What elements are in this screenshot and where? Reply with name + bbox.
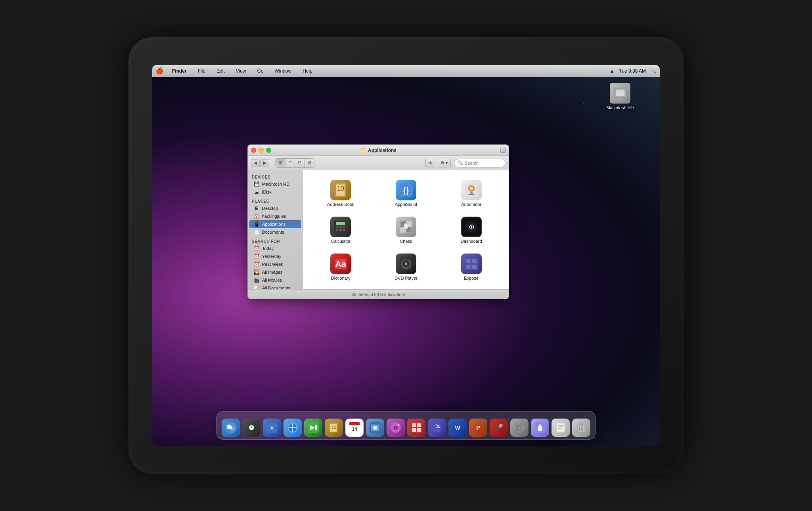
dock-powerpoint[interactable]: P [469, 419, 487, 437]
dock-drop[interactable] [531, 419, 549, 437]
dock-textedit[interactable] [552, 419, 570, 437]
sidebar-item-macintosh-hd[interactable]: 💾 Macintosh HD [249, 180, 301, 188]
dvd-player-label: DVD Player [395, 276, 417, 281]
sidebar-item-all-movies[interactable]: 🎬 All Movies [249, 276, 301, 284]
dock-grid-app[interactable] [407, 419, 425, 437]
app-front-row[interactable]: Front Row [375, 288, 437, 289]
svg-point-14 [469, 186, 473, 190]
all-documents-icon: 📝 [253, 285, 260, 289]
dock-finder[interactable] [222, 419, 240, 437]
dock-itunes[interactable] [387, 419, 405, 437]
sidebar-item-applications[interactable]: 📱 Applications [249, 220, 301, 228]
places-header: PLACES [248, 198, 303, 204]
app-address-book[interactable]: 10 Address Book [310, 177, 372, 210]
app-font-book[interactable]: A Font Book [310, 288, 372, 289]
app-automator[interactable]: Automator [440, 177, 502, 210]
sidebar-label-macintosh-hd: Macintosh HD [262, 182, 289, 186]
maximize-button[interactable] [266, 148, 271, 153]
svg-rect-46 [472, 265, 477, 269]
sidebar-label-home: hackingjules [262, 214, 286, 219]
sidebar-label-documents: Documents [262, 230, 284, 234]
eye-action-button[interactable]: 👁 [425, 159, 435, 167]
app-ical[interactable]: 17 iCal [440, 288, 502, 289]
dock-iphoto[interactable] [366, 419, 384, 437]
app-dictionary[interactable]: Aa Dictionary [310, 250, 372, 284]
sidebar-label-idisk: iDisk [262, 190, 272, 194]
dictionary-icon: Aa [330, 254, 351, 274]
forward-button[interactable]: ▶ [260, 159, 269, 167]
app-chess[interactable]: Chess [375, 213, 437, 247]
sidebar-item-home[interactable]: 🏠 hackingjules [249, 212, 301, 220]
sidebar-item-past-week[interactable]: ⏰ Past Week [249, 260, 301, 268]
svg-rect-43 [466, 259, 471, 263]
search-menu-icon[interactable]: 🔍 [651, 68, 657, 74]
dock-timemachine[interactable] [428, 419, 446, 437]
svg-rect-3 [617, 99, 624, 100]
dock-system-prefs[interactable] [510, 419, 529, 437]
sidebar-item-yesterday[interactable]: ⏰ Yesterday [249, 252, 301, 260]
svg-rect-24 [343, 229, 345, 231]
menu-finder[interactable]: Finder [170, 67, 189, 75]
desktop: 🍎 Finder File Edit View Go Window Help ▲… [152, 65, 660, 446]
close-button[interactable] [251, 148, 256, 153]
svg-rect-23 [339, 229, 342, 231]
search-icon: 🔍 [458, 160, 463, 165]
dock-safari[interactable] [283, 419, 302, 437]
app-applescript[interactable]: {} AppleScript [375, 177, 437, 210]
icon-view-button[interactable]: ⊞ [276, 159, 285, 167]
dock-address-book[interactable]: 10 [325, 419, 343, 437]
sidebar-item-desktop[interactable]: 🖥 Desktop [249, 204, 301, 212]
menu-go[interactable]: Go [255, 67, 266, 75]
automator-icon [461, 180, 482, 200]
calculator-label: Calculator [331, 239, 351, 244]
back-button[interactable]: ◀ [251, 159, 260, 167]
sidebar-item-documents[interactable]: 📄 Documents [249, 228, 301, 236]
svg-rect-21 [343, 227, 345, 228]
svg-point-87 [373, 426, 377, 430]
search-bar[interactable]: 🔍 [454, 159, 506, 167]
svg-point-68 [229, 426, 232, 429]
sidebar-item-all-documents[interactable]: 📝 All Documents [249, 284, 301, 289]
menu-help[interactable]: Help [300, 67, 315, 75]
menu-window[interactable]: Window [272, 67, 294, 75]
all-movies-icon: 🎬 [253, 277, 260, 283]
status-bar: 29 items, 6.68 GB available [248, 289, 509, 299]
menu-view[interactable]: View [234, 67, 249, 75]
gear-action-button[interactable]: ⚙ ▾ [438, 159, 451, 167]
app-calculator[interactable]: Calculator [310, 213, 372, 247]
minimize-button[interactable] [259, 148, 264, 153]
dock-ical[interactable]: 14 [345, 419, 364, 437]
svg-text:14: 14 [352, 426, 357, 432]
sidebar-label-applications: Applications [262, 222, 285, 227]
dock-system-clock[interactable]: 🕙 [242, 419, 260, 437]
dock-keynote[interactable]: 🎤 [490, 419, 508, 437]
eject-icon: ▲ [610, 68, 615, 74]
menu-file[interactable]: File [195, 67, 208, 75]
svg-rect-19 [336, 227, 338, 228]
list-view-button[interactable]: ☰ [285, 159, 295, 167]
sidebar-item-today[interactable]: ⏰ Today [249, 244, 301, 252]
dock-word[interactable]: W [448, 419, 467, 437]
coverflow-view-button[interactable]: ⊠ [304, 159, 314, 167]
apple-menu-icon[interactable]: 🍎 [155, 67, 163, 75]
app-expose[interactable]: Exposé [440, 250, 502, 284]
svg-rect-107 [523, 427, 525, 428]
search-input[interactable] [465, 161, 500, 165]
sidebar-item-all-images[interactable]: 🌄 All Images [249, 268, 301, 276]
app-dashboard[interactable]: ⊕ Dashboard [440, 213, 502, 247]
dock-trash[interactable] [572, 419, 590, 437]
menu-edit[interactable]: Edit [214, 67, 227, 75]
macintosh-hd-desktop-icon[interactable]: Macintosh HD [604, 83, 636, 110]
column-view-button[interactable]: ⊟ [295, 159, 304, 167]
resize-button[interactable] [500, 148, 506, 153]
sidebar-label-today: Today [262, 246, 274, 251]
idisk-icon: ☁ [253, 189, 260, 195]
sidebar-label-all-documents: All Documents [262, 286, 290, 289]
svg-rect-18 [336, 222, 345, 225]
dock-xcode[interactable]: X [263, 419, 281, 437]
sidebar-item-idisk[interactable]: ☁ iDisk [249, 188, 301, 196]
app-dvd-player[interactable]: DVD DVD Player [375, 250, 437, 284]
svg-rect-9 [335, 192, 336, 194]
dock-facetime[interactable] [304, 419, 322, 437]
svg-rect-105 [519, 431, 520, 433]
